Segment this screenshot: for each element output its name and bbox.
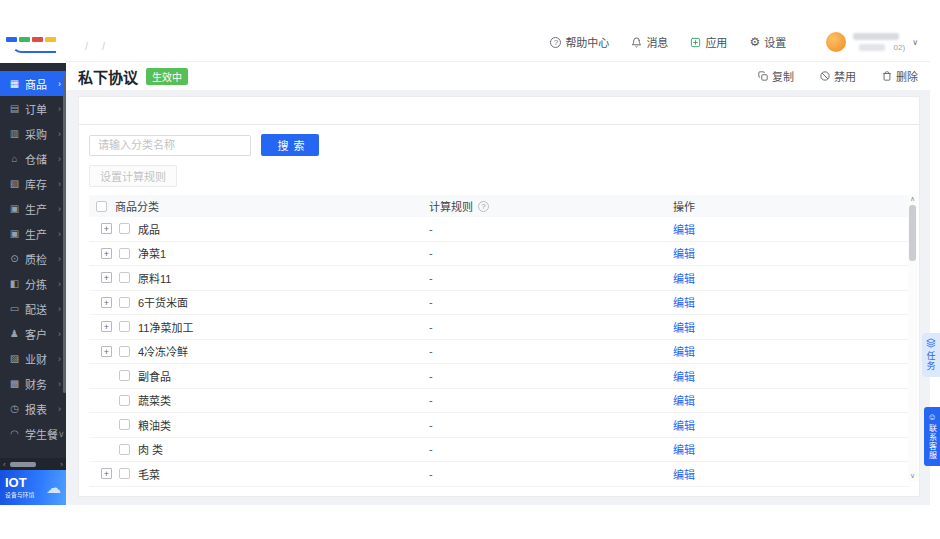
menu-icon: ◠ [8,428,21,439]
bell-icon [631,37,642,48]
sidebar-item[interactable]: ♟ 客户 › [0,321,66,346]
chevron-right-icon: › [58,104,61,114]
edit-link[interactable]: 编辑 [673,322,695,334]
row-checkbox[interactable] [119,248,130,259]
edit-link[interactable]: 编辑 [673,444,695,456]
screen: ▦ 商品 › ▤ 订单 › ▥ 采购 › ⌂ 仓储 › [0,0,940,539]
sidebar-item[interactable]: ▨ 业财 › [0,346,66,371]
search-input[interactable] [89,135,251,156]
sidebar-item[interactable]: ▣ 生产 › [0,221,66,246]
rule-value: - [429,419,673,431]
sidebar-item[interactable]: ▭ 配送 › [0,296,66,321]
sidebar-hscrollbar[interactable]: ‹ › [0,458,66,470]
sidebar-item[interactable]: ▦ 商品 › [0,71,66,96]
sidebar-item-label: 质检 [25,251,58,267]
sidebar-item[interactable]: ▧ 库存 › [0,171,66,196]
row-checkbox[interactable] [119,444,130,455]
customer-service-widget[interactable]: ☺ 联系客服 [924,407,940,466]
scroll-right-icon[interactable]: › [60,460,63,469]
scroll-left-icon[interactable]: ‹ [3,460,6,469]
sidebar-item[interactable]: ▩ 财务 › [0,371,66,396]
chevron-right-icon: › [58,404,61,414]
row-checkbox[interactable] [119,370,130,381]
sidebar-item[interactable]: ◠ 学生餐 ∨ [0,421,66,446]
row-checkbox[interactable] [119,419,130,430]
edit-link[interactable]: 编辑 [673,273,695,285]
row-checkbox[interactable] [119,223,130,234]
edit-link[interactable]: 编辑 [673,297,695,309]
row-checkbox[interactable] [119,321,130,332]
table-row: 成品 - 编辑 [89,217,909,242]
rule-value: - [429,296,673,308]
help-circle-icon[interactable]: ? [478,201,489,212]
messages-button[interactable]: 消息 [631,34,668,50]
settings-button[interactable]: ⚙ 设置 [749,34,786,50]
row-checkbox[interactable] [119,272,130,283]
table-row: 蔬菜类 - 编辑 [89,389,909,414]
expand-plus-icon[interactable] [101,468,112,479]
scroll-up-icon[interactable]: ∧ [908,194,917,204]
sidebar-menu: ▦ 商品 › ▤ 订单 › ▥ 采购 › ⌂ 仓储 › [0,63,66,458]
breadcrumb [78,40,112,52]
expand-plus-icon[interactable] [101,223,112,234]
breadcrumb-item[interactable] [95,40,112,52]
edit-link[interactable]: 编辑 [673,248,695,260]
chevron-down-icon: ∨ [912,38,918,47]
vscroll-thumb[interactable] [909,205,916,261]
avatar [826,32,846,52]
rule-value: - [429,345,673,357]
apps-button[interactable]: 应用 [690,34,727,50]
select-all-checkbox[interactable] [96,201,107,212]
sidebar-item[interactable]: ◷ 报表 › [0,396,66,421]
menu-icon: ▭ [8,303,21,314]
expand-plus-icon[interactable] [101,272,112,283]
scroll-down-icon[interactable]: ∨ [908,471,917,481]
user-menu[interactable]: 02) ∨ [826,32,918,52]
edit-link[interactable]: 编辑 [673,395,695,407]
edit-link[interactable]: 编辑 [673,371,695,383]
sidebar-item[interactable]: ⌂ 仓储 › [0,146,66,171]
sidebar-item-label: 配送 [25,301,58,317]
menu-icon: ⌂ [8,153,21,164]
sidebar-item[interactable]: ▣ 生产 › [0,196,66,221]
expand-plus-icon[interactable] [101,346,112,357]
delete-button[interactable]: 删除 [882,68,918,84]
expand-plus-icon[interactable] [101,297,112,308]
category-name: 副食品 [138,368,171,384]
row-checkbox[interactable] [119,297,130,308]
menu-icon: ▤ [8,103,21,114]
edit-link[interactable]: 编辑 [673,224,695,236]
expand-plus-icon[interactable] [101,248,112,259]
menu-icon: ▣ [8,228,21,239]
table-scrollbar[interactable]: ∧ ∨ [908,194,917,481]
sidebar-item-label: 商品 [25,76,58,92]
set-calc-rule-button[interactable]: 设置计算规则 [89,165,177,187]
copy-button[interactable]: 复制 [758,68,794,84]
menu-icon: ▩ [8,378,21,389]
disable-button[interactable]: 禁用 [820,68,856,84]
rule-value: - [429,272,673,284]
edit-link[interactable]: 编辑 [673,346,695,358]
expand-plus-icon[interactable] [101,321,112,332]
help-center-button[interactable]: ? 帮助中心 [550,34,609,50]
sidebar-item[interactable]: ◧ 分拣 › [0,271,66,296]
column-category: 商品分类 [115,198,159,214]
sidebar-item[interactable]: ⊙ 质检 › [0,246,66,271]
row-checkbox[interactable] [119,395,130,406]
edit-link[interactable]: 编辑 [673,469,695,481]
hscroll-thumb[interactable] [10,462,36,467]
ban-icon [820,71,830,81]
category-name: 毛菜 [138,466,160,482]
tasks-widget[interactable]: 任务 [922,333,940,377]
iot-banner[interactable]: IOT 设备与环境 ☁ [0,470,66,505]
iot-subtitle: 设备与环境 [5,490,35,499]
edit-link[interactable]: 编辑 [673,420,695,432]
sidebar-item[interactable]: ▤ 订单 › [0,96,66,121]
breadcrumb-item[interactable] [78,40,95,52]
sidebar-item[interactable]: ▥ 采购 › [0,121,66,146]
category-name: 净菜1 [138,245,166,261]
search-button[interactable]: 搜索 [261,134,319,156]
row-checkbox[interactable] [119,468,130,479]
row-checkbox[interactable] [119,346,130,357]
question-circle-icon: ? [550,37,561,48]
